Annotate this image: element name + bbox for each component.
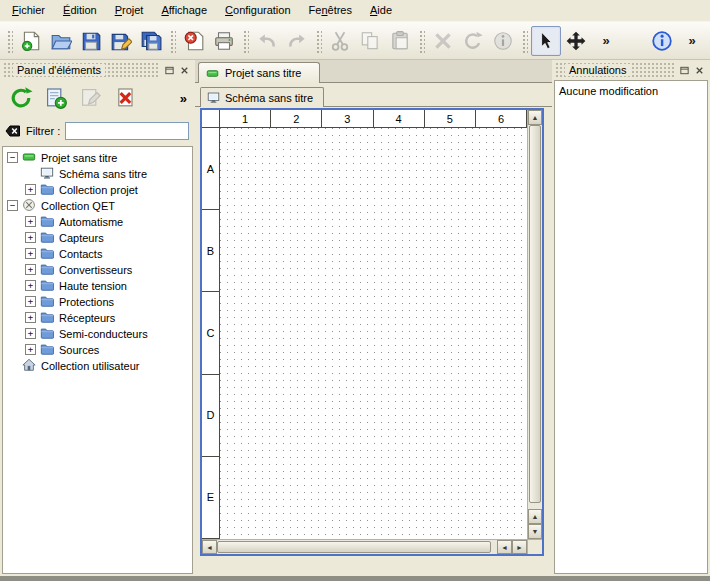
move-view-button[interactable] — [561, 26, 591, 56]
save-button[interactable] — [76, 26, 106, 56]
menu-projet[interactable]: Projet — [106, 1, 153, 20]
new-document-button[interactable] — [16, 26, 46, 56]
filter-input[interactable] — [65, 122, 189, 140]
tree-item-label: Collection utilisateur — [41, 359, 139, 372]
expand-icon[interactable]: + — [25, 184, 36, 195]
menu-e-dition[interactable]: Édition — [54, 1, 106, 20]
scroll-right-button[interactable]: ► — [512, 540, 527, 554]
elements-panel-titlebar[interactable]: Panel d'éléments — [3, 62, 192, 78]
tree-item-label: Collection projet — [59, 183, 138, 196]
tree-item-automatisme[interactable]: +Automatisme — [3, 213, 192, 229]
tree-item-contacts[interactable]: +Contacts — [3, 245, 192, 261]
scroll-down-button[interactable]: ▼ — [528, 524, 542, 539]
expand-icon[interactable]: + — [25, 280, 36, 291]
tree-item-capteurs[interactable]: +Capteurs — [3, 229, 192, 245]
scroll-left-button-right[interactable]: ◄ — [497, 540, 512, 554]
folder-icon — [40, 310, 54, 324]
close-dock-button[interactable] — [692, 63, 707, 77]
expand-icon[interactable]: + — [25, 312, 36, 323]
undo-dock-title: Annulations — [565, 64, 631, 76]
menu-configuration[interactable]: Configuration — [216, 1, 299, 20]
tree-item-sources[interactable]: +Sources — [3, 341, 192, 357]
tree-item-label: Protections — [59, 295, 114, 308]
float-icon — [164, 65, 175, 76]
scroll-up-button-bottom[interactable]: ▲ — [528, 509, 542, 524]
copy-button[interactable] — [355, 26, 385, 56]
float-dock-button[interactable] — [162, 63, 177, 77]
tree-item-projet-sans-titre[interactable]: −Projet sans titre — [3, 149, 192, 165]
close-dock-button[interactable] — [177, 63, 192, 77]
menu-fichier[interactable]: Fichier — [3, 1, 54, 20]
toolbar-overflow-button[interactable]: » — [591, 26, 621, 56]
expand-icon[interactable]: + — [25, 248, 36, 259]
open-project-button[interactable] — [46, 26, 76, 56]
column-header-2: 2 — [271, 110, 322, 127]
scroll-up-button[interactable]: ▲ — [528, 110, 542, 125]
panel-toolbar-overflow[interactable]: » — [180, 91, 189, 106]
expand-icon[interactable]: + — [25, 328, 36, 339]
tree-item-collection-utilisateur[interactable]: Collection utilisateur — [3, 357, 192, 373]
copy-icon — [359, 30, 381, 52]
vscroll-track[interactable] — [528, 125, 542, 509]
application-window: FichierÉditionProjetAffichageConfigurati… — [0, 0, 710, 581]
tree-item-convertisseurs[interactable]: +Convertisseurs — [3, 261, 192, 277]
save-as-button[interactable] — [106, 26, 136, 56]
save-all-button[interactable] — [136, 26, 166, 56]
scroll-left-button[interactable]: ◄ — [202, 540, 217, 554]
expand-icon[interactable]: + — [25, 232, 36, 243]
expand-icon[interactable]: + — [25, 344, 36, 355]
collapse-icon[interactable]: − — [7, 200, 18, 211]
cut-icon — [329, 30, 351, 52]
folder-icon — [40, 246, 54, 260]
tree-item-haute-tension[interactable]: +Haute tension — [3, 277, 192, 293]
info-icon — [492, 30, 514, 52]
rotate-button[interactable] — [458, 26, 488, 56]
folder-icon — [40, 182, 54, 196]
help-overflow-button[interactable]: » — [677, 26, 707, 56]
delete-button[interactable] — [428, 26, 458, 56]
tree-item-sche-ma-sans-titre[interactable]: Schéma sans titre — [3, 165, 192, 181]
tree-item-collection-qet[interactable]: −Collection QET — [3, 197, 192, 213]
expand-icon[interactable]: + — [25, 264, 36, 275]
horizontal-scrollbar[interactable]: ◄ ◄ ► — [202, 539, 527, 554]
vertical-scrollbar[interactable]: ▲ ▲ ▼ — [527, 110, 542, 539]
float-dock-button[interactable] — [677, 63, 692, 77]
tree-item-collection-projet[interactable]: +Collection projet — [3, 181, 192, 197]
column-header-4: 4 — [374, 110, 425, 127]
tree-item-re-cepteurs[interactable]: +Récepteurs — [3, 309, 192, 325]
menu-affichage[interactable]: Affichage — [152, 1, 216, 20]
tab-schema[interactable]: Schéma sans titre — [200, 87, 324, 107]
print-button[interactable] — [209, 26, 239, 56]
vscroll-thumb[interactable] — [529, 125, 541, 503]
menu-fene-tres[interactable]: Fenêtres — [300, 1, 361, 20]
schema-canvas[interactable] — [220, 128, 527, 539]
undo-dock-titlebar[interactable]: Annulations — [555, 62, 707, 78]
reload-collections-button[interactable] — [6, 83, 36, 113]
clear-filter-icon[interactable] — [5, 123, 21, 139]
hscroll-track[interactable] — [217, 540, 497, 554]
edit-element-button[interactable] — [76, 83, 106, 113]
expand-icon[interactable]: + — [25, 216, 36, 227]
new-element-button[interactable] — [41, 83, 71, 113]
undo-list-item[interactable]: Aucune modification — [559, 83, 703, 99]
close-file-button[interactable] — [179, 26, 209, 56]
folder-icon — [40, 294, 54, 308]
tab-schema-label: Schéma sans titre — [225, 92, 313, 104]
redo-button[interactable] — [282, 26, 312, 56]
info-button[interactable] — [488, 26, 518, 56]
collapse-icon[interactable]: − — [7, 152, 18, 163]
delete-element-button[interactable] — [111, 83, 141, 113]
hscroll-thumb[interactable] — [217, 541, 491, 553]
tree-item-semi-conducteurs[interactable]: +Semi-conducteurs — [3, 325, 192, 341]
tree-item-protections[interactable]: +Protections — [3, 293, 192, 309]
undo-button[interactable] — [252, 26, 282, 56]
cut-button[interactable] — [325, 26, 355, 56]
menu-aide[interactable]: Aide — [361, 1, 401, 20]
print-icon — [213, 30, 235, 52]
paste-button[interactable] — [385, 26, 415, 56]
expand-icon[interactable]: + — [25, 296, 36, 307]
about-button[interactable] — [647, 26, 677, 56]
tab-project[interactable]: Projet sans titre — [198, 62, 320, 83]
select-pointer-button[interactable] — [531, 26, 561, 56]
move-view-icon — [565, 30, 587, 52]
